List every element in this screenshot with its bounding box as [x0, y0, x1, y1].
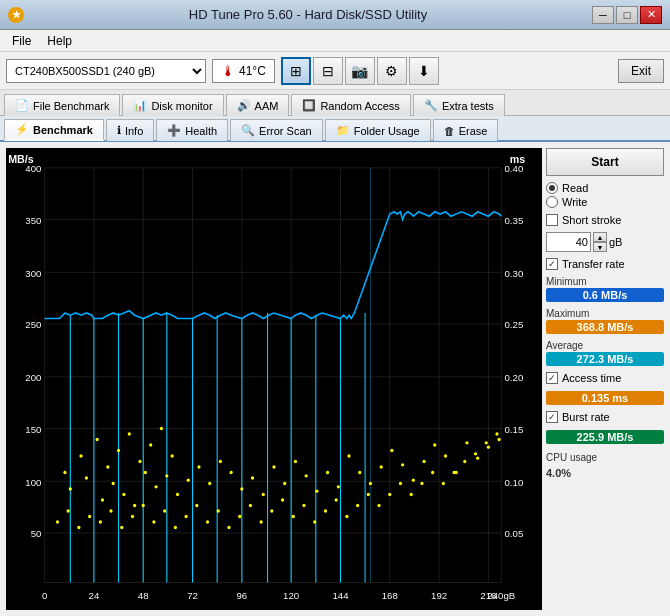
short-stroke-checkbox-item[interactable]: Short stroke	[546, 214, 664, 226]
svg-text:350: 350	[25, 215, 42, 226]
menu-file[interactable]: File	[4, 32, 39, 50]
write-radio[interactable]	[546, 196, 558, 208]
write-radio-item[interactable]: Write	[546, 196, 664, 208]
chart-area: MB/s ms	[6, 148, 542, 610]
title-controls: ─ □ ✕	[592, 6, 662, 24]
tab-aam[interactable]: 🔊 AAM	[226, 94, 290, 116]
benchmark-tab-icon: ⚡	[15, 123, 29, 136]
disk-selector[interactable]: CT240BX500SSD1 (240 gB)	[6, 59, 206, 83]
svg-text:72: 72	[187, 590, 198, 601]
maximum-stat: Maximum 368.8 MB/s	[546, 308, 664, 334]
maximize-button[interactable]: □	[616, 6, 638, 24]
svg-text:0: 0	[42, 590, 48, 601]
download-icon-btn[interactable]: ⬇	[409, 57, 439, 85]
svg-text:200: 200	[25, 372, 42, 383]
svg-point-117	[88, 515, 91, 518]
svg-point-65	[79, 454, 82, 457]
menu-help[interactable]: Help	[39, 32, 80, 50]
svg-point-144	[377, 504, 380, 507]
camera-icon-btn[interactable]: 📷	[345, 57, 375, 85]
svg-point-150	[442, 482, 445, 485]
health-tab-icon: ➕	[167, 124, 181, 137]
svg-point-104	[401, 463, 404, 466]
tab-file-benchmark[interactable]: 📄 File Benchmark	[4, 94, 120, 116]
temperature-value: 41°C	[239, 64, 266, 78]
tab-info[interactable]: ℹ Info	[106, 119, 154, 141]
info-tab-icon: ℹ	[117, 124, 121, 137]
svg-point-129	[217, 509, 220, 512]
svg-point-93	[283, 482, 286, 485]
svg-point-111	[476, 457, 479, 460]
start-button[interactable]: Start	[546, 148, 664, 176]
svg-point-78	[122, 493, 125, 496]
spinbox-value-input[interactable]	[546, 232, 591, 252]
copy-icon-btn[interactable]: ⊟	[313, 57, 343, 85]
read-radio-item[interactable]: Read	[546, 182, 664, 194]
svg-point-110	[465, 441, 468, 444]
burst-rate-checkbox-item[interactable]: ✓ Burst rate	[546, 411, 664, 423]
svg-text:120: 120	[283, 590, 300, 601]
transfer-rate-checkbox[interactable]: ✓	[546, 258, 558, 270]
close-button[interactable]: ✕	[640, 6, 662, 24]
tab-erase[interactable]: 🗑 Erase	[433, 119, 499, 141]
svg-text:300: 300	[25, 268, 42, 279]
svg-point-140	[335, 498, 338, 501]
svg-text:168: 168	[382, 590, 398, 601]
spinbox-up-arrow[interactable]: ▲	[593, 232, 607, 242]
spinbox-down-arrow[interactable]: ▼	[593, 242, 607, 252]
svg-point-147	[410, 493, 413, 496]
svg-point-99	[347, 454, 350, 457]
burst-rate-checkbox[interactable]: ✓	[546, 411, 558, 423]
svg-point-137	[302, 504, 305, 507]
svg-text:0.25: 0.25	[504, 319, 523, 330]
tab-folder-usage[interactable]: 📁 Folder Usage	[325, 119, 431, 141]
svg-text:0.05: 0.05	[504, 528, 523, 539]
read-radio[interactable]	[546, 182, 558, 194]
svg-point-66	[96, 438, 99, 441]
svg-point-107	[433, 443, 436, 446]
svg-point-120	[120, 526, 123, 529]
benchmark-icon-btn[interactable]: ⊞	[281, 57, 311, 85]
minimize-button[interactable]: ─	[592, 6, 614, 24]
access-time-checkbox-item[interactable]: ✓ Access time	[546, 372, 664, 384]
svg-point-122	[142, 504, 145, 507]
svg-point-118	[99, 520, 102, 523]
svg-point-145	[388, 493, 391, 496]
disk-monitor-icon: 📊	[133, 99, 147, 112]
svg-point-82	[165, 474, 168, 477]
svg-text:400: 400	[25, 163, 42, 174]
size-spinbox: ▲ ▼ gB	[546, 232, 664, 252]
svg-point-132	[249, 504, 252, 507]
short-stroke-checkbox[interactable]	[546, 214, 558, 226]
svg-point-131	[238, 515, 241, 518]
title-text: HD Tune Pro 5.60 - Hard Disk/SSD Utility	[24, 7, 592, 22]
svg-point-153	[474, 452, 477, 455]
svg-point-97	[326, 471, 329, 474]
svg-text:48: 48	[138, 590, 149, 601]
tab-random-access[interactable]: 🔲 Random Access	[291, 94, 410, 116]
svg-point-141	[345, 515, 348, 518]
svg-point-154	[485, 441, 488, 444]
svg-point-148	[420, 482, 423, 485]
exit-button[interactable]: Exit	[618, 59, 664, 83]
tab-health[interactable]: ➕ Health	[156, 119, 228, 141]
svg-point-69	[128, 432, 131, 435]
svg-point-116	[77, 526, 80, 529]
svg-text:0.15: 0.15	[504, 424, 523, 435]
svg-point-94	[294, 460, 297, 463]
svg-point-133	[260, 520, 263, 523]
extra-tests-icon: 🔧	[424, 99, 438, 112]
svg-point-125	[174, 526, 177, 529]
svg-point-106	[422, 460, 425, 463]
temperature-display: 🌡 41°C	[212, 59, 275, 83]
burst-rate-stat: 225.9 MB/s	[546, 429, 664, 444]
transfer-rate-checkbox-item[interactable]: ✓ Transfer rate	[546, 258, 664, 270]
tab-benchmark[interactable]: ⚡ Benchmark	[4, 119, 104, 141]
gear-icon-btn[interactable]: ⚙	[377, 57, 407, 85]
tab-extra-tests[interactable]: 🔧 Extra tests	[413, 94, 505, 116]
tab-disk-monitor[interactable]: 📊 Disk monitor	[122, 94, 223, 116]
svg-point-91	[262, 493, 265, 496]
access-time-checkbox[interactable]: ✓	[546, 372, 558, 384]
tab-error-scan[interactable]: 🔍 Error Scan	[230, 119, 323, 141]
title-bar: ★ HD Tune Pro 5.60 - Hard Disk/SSD Utili…	[0, 0, 670, 30]
